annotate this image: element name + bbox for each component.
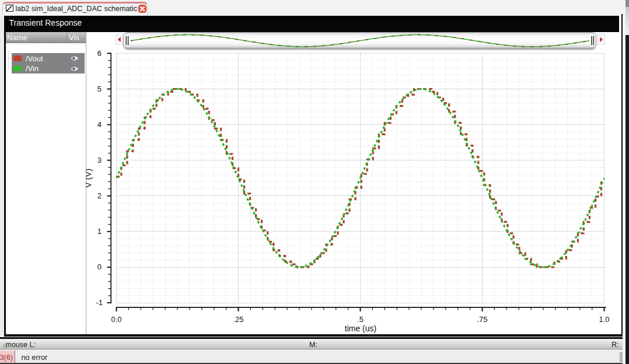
svg-text:time (us): time (us) [345, 324, 376, 333]
svg-text:3: 3 [97, 156, 102, 164]
svg-text:4: 4 [97, 120, 102, 129]
svg-text:V (V): V (V) [86, 169, 93, 188]
svg-text:1: 1 [97, 227, 102, 236]
svg-text:.25: .25 [233, 315, 243, 324]
svg-text:5: 5 [97, 85, 102, 93]
svg-text:1.0: 1.0 [599, 315, 609, 324]
svg-text:2: 2 [97, 191, 102, 200]
svg-text:0.0: 0.0 [111, 315, 121, 324]
svg-text:0: 0 [97, 262, 102, 271]
svg-text:.5: .5 [357, 315, 364, 324]
svg-text:-1: -1 [96, 298, 103, 307]
svg-text:6: 6 [97, 49, 102, 58]
svg-text:.75: .75 [477, 315, 487, 324]
